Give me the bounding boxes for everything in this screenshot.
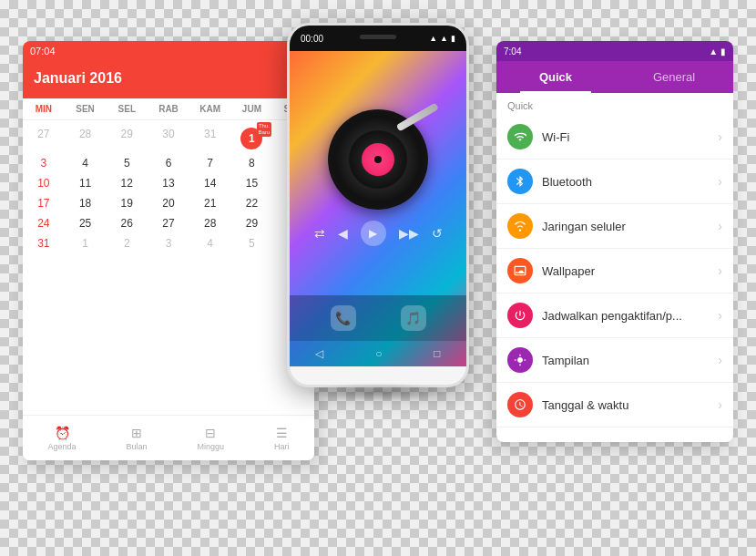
phone-time: 00:00: [301, 34, 323, 44]
cal-cell[interactable]: 25: [65, 213, 107, 233]
cal-cell[interactable]: 28: [189, 213, 231, 233]
cal-cell[interactable]: 8: [231, 153, 273, 173]
cal-cell[interactable]: 30: [148, 124, 189, 153]
cal-cell[interactable]: 29: [231, 213, 273, 233]
tab-hari[interactable]: ☰ Hari: [274, 426, 290, 451]
phone-shadow: [305, 383, 451, 401]
cal-cell[interactable]: 20: [148, 193, 189, 213]
settings-item-bluetooth[interactable]: Bluetooth ›: [496, 160, 733, 204]
phone: 00:00 ▲▲▮ ⇄ ◀: [287, 23, 469, 387]
tab-bulan[interactable]: ⊞ Bulan: [126, 426, 147, 451]
prev-button[interactable]: ◀: [338, 226, 348, 241]
cal-cell[interactable]: 17: [23, 193, 65, 213]
phone-screen: ⇄ ◀ ▶ ▶▶ ↺ 📞 🎵 ◁ ○ □: [290, 51, 466, 366]
settings-item-datetime[interactable]: Tanggal & waktu ›: [496, 383, 733, 427]
bluetooth-icon: [507, 169, 533, 194]
cal-cell[interactable]: 22: [231, 193, 273, 213]
phone-bottom: [290, 366, 466, 385]
cal-cell[interactable]: 5: [106, 153, 148, 173]
vinyl-hole: [374, 156, 382, 163]
calendar-screen: 07:04 ▲ ■ Januari 2016 ≡ MIN SEN SEL RAB…: [23, 41, 314, 460]
tab-quick-label: Quick: [539, 70, 572, 84]
settings-status-icon: ▲ ▮: [709, 46, 726, 57]
day-sen: SEN: [65, 102, 107, 116]
settings-tabs: Quick General: [496, 61, 733, 93]
cal-cell[interactable]: 27: [148, 213, 189, 233]
calendar-time: 07:04: [30, 46, 56, 57]
cal-cell[interactable]: 6: [148, 153, 189, 173]
dock-music-icon[interactable]: 🎵: [401, 305, 426, 331]
cal-cell[interactable]: 27: [23, 124, 65, 153]
day-sel: SEL: [106, 102, 148, 116]
cal-cell[interactable]: 1: [65, 233, 107, 253]
phone-dock: 📞 🎵: [290, 295, 466, 341]
wifi-label: Wi-Fi: [542, 130, 709, 144]
cal-cell[interactable]: 24: [23, 213, 65, 233]
next-button[interactable]: ▶▶: [399, 226, 419, 241]
cal-cell[interactable]: 12: [106, 173, 148, 193]
calendar-days-header: MIN SEN SEL RAB KAM JUM SAB: [23, 98, 314, 120]
cal-cell[interactable]: 26: [106, 213, 148, 233]
display-arrow: ›: [718, 353, 722, 367]
phone-status-icons: ▲▲▮: [429, 34, 455, 43]
cal-cell[interactable]: 2: [106, 233, 148, 253]
cal-cell[interactable]: 31: [189, 124, 231, 153]
music-controls: ⇄ ◀ ▶ ▶▶ ↺: [314, 221, 443, 246]
agenda-icon: ⏰: [55, 426, 70, 440]
day-kam: KAM: [189, 102, 231, 116]
tab-general-label: General: [653, 70, 695, 84]
calendar-header: Januari 2016 ≡: [23, 61, 314, 98]
cal-cell[interactable]: 31: [23, 233, 65, 253]
settings-item-schedule[interactable]: Jadwalkan pengaktifan/p... ›: [496, 293, 733, 338]
wifi-icon: [507, 124, 533, 149]
cal-cell[interactable]: 18: [65, 193, 107, 213]
display-icon: [507, 347, 533, 373]
cal-cell[interactable]: 7: [189, 153, 231, 173]
cal-cell[interactable]: 4: [65, 153, 107, 173]
phone-nav-bar: ◁ ○ □: [290, 341, 466, 366]
calendar-month-title: Januari 2016: [34, 70, 122, 87]
network-icon: [507, 213, 533, 239]
datetime-arrow: ›: [718, 397, 722, 412]
settings-screen: 7:04 ▲ ▮ Quick General Quick Wi-Fi ›: [496, 41, 733, 442]
shuffle-button[interactable]: ⇄: [314, 226, 325, 241]
cal-cell[interactable]: 21: [189, 193, 231, 213]
wallpaper-icon: [507, 258, 533, 283]
cal-cell[interactable]: 10: [23, 173, 65, 193]
settings-item-wallpaper[interactable]: Wallpaper ›: [496, 249, 733, 293]
tab-quick[interactable]: Quick: [496, 61, 615, 93]
cal-cell[interactable]: 3: [148, 233, 189, 253]
repeat-button[interactable]: ↺: [432, 226, 443, 241]
tab-hari-label: Hari: [274, 442, 290, 451]
display-label: Tampilan: [542, 354, 709, 367]
vinyl-record: [328, 109, 428, 210]
back-button[interactable]: ◁: [315, 347, 323, 360]
cal-cell[interactable]: 19: [106, 193, 148, 213]
cal-cell-today[interactable]: 1 Thu.Baru: [231, 124, 273, 153]
cal-cell[interactable]: 3: [23, 153, 65, 173]
wallpaper-arrow: ›: [718, 263, 722, 278]
cal-cell[interactable]: 15: [231, 173, 273, 193]
cal-cell[interactable]: 11: [65, 173, 107, 193]
cal-cell[interactable]: 29: [106, 124, 148, 153]
hari-icon: ☰: [276, 426, 288, 440]
tab-general[interactable]: General: [615, 61, 733, 93]
cal-cell[interactable]: 13: [148, 173, 189, 193]
recents-button[interactable]: □: [434, 347, 440, 360]
settings-item-network[interactable]: Jaringan seluler ›: [496, 204, 733, 249]
tab-minggu-label: Minggu: [197, 442, 224, 451]
play-button[interactable]: ▶: [361, 221, 386, 246]
minggu-icon: ⊟: [205, 426, 216, 440]
tab-agenda[interactable]: ⏰ Agenda: [47, 426, 76, 451]
cal-cell[interactable]: 28: [65, 124, 107, 153]
cal-cell[interactable]: 4: [189, 233, 231, 253]
home-button[interactable]: ○: [375, 347, 382, 360]
phone-speaker: [360, 35, 396, 39]
tab-minggu[interactable]: ⊟ Minggu: [197, 426, 224, 451]
settings-item-wifi[interactable]: Wi-Fi ›: [496, 115, 733, 160]
cal-cell[interactable]: 14: [189, 173, 231, 193]
bluetooth-arrow: ›: [718, 174, 722, 189]
settings-item-display[interactable]: Tampilan ›: [496, 338, 733, 383]
cal-cell[interactable]: 5: [231, 233, 273, 253]
dock-phone-icon[interactable]: 📞: [331, 305, 356, 331]
